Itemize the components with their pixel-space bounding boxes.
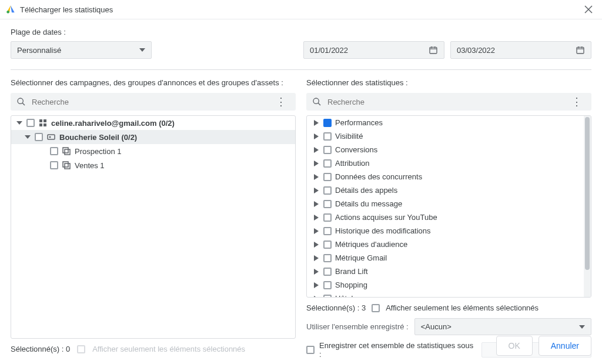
tree-account-row[interactable]: celine.raharivelo@gmail.com (0/2): [11, 116, 295, 130]
expand-toggle-icon[interactable]: [313, 282, 320, 289]
stats-category-row[interactable]: Hôtel: [307, 292, 583, 298]
expand-toggle-icon[interactable]: [313, 160, 320, 167]
stats-category-checkbox[interactable]: [323, 200, 332, 208]
expand-toggle-icon[interactable]: [24, 133, 31, 141]
ok-button[interactable]: OK: [496, 336, 533, 356]
stats-searchbar: ⋮: [306, 93, 591, 111]
expand-toggle-icon[interactable]: [313, 228, 320, 235]
stats-category-checkbox[interactable]: [323, 186, 332, 195]
stats-category-row[interactable]: Détails des appels: [307, 183, 583, 197]
stats-category-row[interactable]: Performances: [307, 116, 583, 129]
expand-toggle-icon[interactable]: [313, 146, 320, 153]
campaigns-tree: celine.raharivelo@gmail.com (0/2) Bouche…: [11, 115, 296, 339]
cancel-button[interactable]: Annuler: [539, 336, 591, 356]
close-icon[interactable]: [581, 4, 596, 15]
stats-category-checkbox[interactable]: [323, 213, 332, 222]
stats-category-checkbox[interactable]: [323, 254, 332, 262]
stats-category-row[interactable]: Données des concurrents: [307, 170, 583, 183]
stats-category-label: Performances: [335, 118, 383, 127]
expand-toggle-icon[interactable]: [313, 214, 320, 221]
stats-category-label: Hôtel: [335, 294, 353, 298]
stats-category-checkbox[interactable]: [323, 295, 332, 298]
stats-category-row[interactable]: Détails du message: [307, 197, 583, 211]
stats-category-row[interactable]: Actions acquises sur YouTube: [307, 211, 583, 224]
titlebar: Télécharger les statistiques: [0, 0, 602, 19]
stats-search-input[interactable]: [327, 98, 568, 106]
svg-rect-1: [430, 47, 437, 54]
stats-category-label: Métrique Gmail: [335, 253, 387, 262]
adgroup-checkbox[interactable]: [50, 161, 58, 169]
stats-category-row[interactable]: Historique des modifications: [307, 224, 583, 238]
stats-category-row[interactable]: Métriques d'audience: [307, 238, 583, 251]
stats-category-row[interactable]: Conversions: [307, 143, 583, 156]
grid-icon: [38, 118, 48, 128]
date-from-input[interactable]: 01/01/2022: [303, 41, 444, 59]
stats-category-label: Détails des appels: [335, 186, 397, 195]
date-to-value: 03/03/2022: [457, 46, 495, 55]
stats-category-checkbox[interactable]: [323, 159, 332, 168]
expand-toggle-icon[interactable]: [16, 119, 23, 126]
expand-toggle-icon[interactable]: [313, 268, 320, 275]
stats-category-checkbox[interactable]: [323, 281, 332, 289]
search-icon: [312, 97, 322, 106]
adgroup-icon: [62, 161, 71, 170]
scrollbar-thumb[interactable]: [585, 117, 590, 270]
stats-category-row[interactable]: Métrique Gmail: [307, 251, 583, 265]
stats-category-row[interactable]: Shopping: [307, 278, 583, 292]
svg-point-9: [49, 136, 51, 138]
stats-category-row[interactable]: Visibilité: [307, 129, 583, 143]
date-to-input[interactable]: 03/03/2022: [450, 41, 591, 59]
stats-category-checkbox[interactable]: [323, 146, 332, 154]
campaigns-search-input[interactable]: [32, 98, 272, 106]
account-checkbox[interactable]: [26, 119, 35, 127]
stats-category-row[interactable]: Attribution: [307, 156, 583, 170]
stats-category-checkbox[interactable]: [323, 119, 332, 127]
tree-adgroup-row[interactable]: Ventes 1: [11, 158, 295, 172]
svg-rect-13: [65, 163, 70, 169]
search-icon: [16, 97, 26, 106]
stats-category-checkbox[interactable]: [323, 241, 332, 249]
stats-category-checkbox[interactable]: [323, 227, 332, 235]
adgroup-checkbox[interactable]: [50, 147, 58, 155]
stats-column: Sélectionner des statistiques : ⋮ Perfor…: [306, 78, 591, 359]
stats-category-label: Données des concurrents: [335, 172, 422, 181]
campaigns-column: Sélectionner des campagnes, des groupes …: [11, 78, 296, 359]
svg-point-3: [18, 98, 23, 103]
stats-category-row[interactable]: Brand Lift: [307, 265, 583, 278]
stats-section-label: Sélectionner des statistiques :: [306, 78, 591, 87]
stats-category-label: Shopping: [335, 280, 367, 289]
expand-toggle-icon[interactable]: [313, 241, 320, 248]
stats-category-checkbox[interactable]: [323, 132, 332, 141]
show-selected-only-checkbox[interactable]: [372, 304, 380, 312]
svg-point-14: [313, 98, 319, 103]
expand-toggle-icon[interactable]: [313, 295, 320, 298]
campaign-label: Boucherie Soleil (0/2): [59, 133, 137, 142]
divider: [11, 69, 591, 70]
stats-category-label: Historique des modifications: [335, 226, 431, 235]
expand-toggle-icon[interactable]: [313, 201, 320, 208]
campaign-checkbox[interactable]: [35, 133, 43, 141]
kebab-menu-icon[interactable]: ⋮: [568, 96, 586, 107]
svg-rect-5: [44, 119, 46, 122]
expand-toggle-icon[interactable]: [313, 133, 320, 140]
stats-category-checkbox[interactable]: [323, 268, 332, 276]
adgroup-label: Ventes 1: [75, 161, 105, 170]
stats-category-checkbox[interactable]: [323, 173, 332, 181]
stats-category-label: Brand Lift: [335, 267, 368, 276]
tree-adgroup-row[interactable]: Prospection 1: [11, 144, 295, 158]
chevron-down-icon: [579, 325, 585, 329]
chevron-down-icon: [139, 48, 145, 52]
google-ads-logo-icon: [6, 5, 15, 14]
expand-toggle-icon[interactable]: [313, 173, 320, 181]
date-preset-dropdown[interactable]: Personnalisé: [11, 41, 152, 59]
stats-selected-count: Sélectionné(s) : 3: [306, 303, 366, 312]
kebab-menu-icon[interactable]: ⋮: [272, 96, 290, 107]
adgroup-icon: [62, 146, 71, 156]
expand-toggle-icon[interactable]: [313, 187, 320, 194]
scrollbar[interactable]: [584, 116, 591, 297]
expand-toggle-icon[interactable]: [313, 255, 320, 262]
expand-toggle-icon[interactable]: [313, 119, 320, 126]
tree-campaign-row[interactable]: Boucherie Soleil (0/2): [11, 130, 295, 144]
date-range-label: Plage de dates :: [11, 28, 591, 36]
svg-rect-10: [63, 148, 68, 153]
